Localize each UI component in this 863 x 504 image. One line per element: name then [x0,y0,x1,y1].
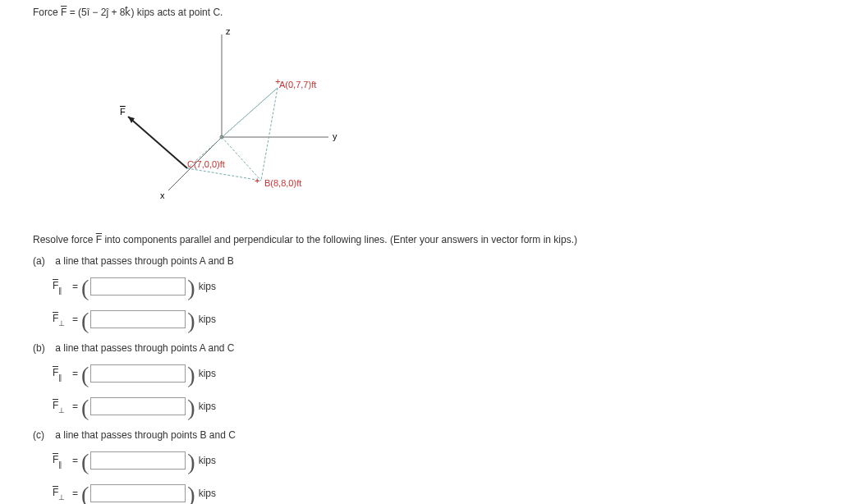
diagram-svg: z y x F A(0,7,7)ft + + B(8,8,0)ft C(7,0,… [82,26,361,215]
equals: = [72,314,78,325]
f-parallel-symbol: F∥ [53,454,69,467]
part-a-perp-input[interactable] [90,310,186,328]
unit: kips [199,455,216,466]
lparen: ( [81,400,89,416]
part-c-perp-input[interactable] [90,484,186,502]
f-perp-symbol: F⊥ [53,400,69,413]
unit: kips [199,401,216,412]
part-c: (c) a line that passes through points B … [33,429,863,504]
part-a-perp-row: F⊥ = ( ) kips [53,306,863,332]
rparen: ) [187,454,195,470]
svg-line-10 [187,168,261,181]
part-b-perp-row: F⊥ = ( ) kips [53,393,863,419]
equals: = [72,368,78,379]
f-perp-symbol: F⊥ [53,313,69,326]
equals: = [72,488,78,499]
instructions-force: F [96,234,102,245]
part-b-desc: a line that passes through points A and … [55,342,234,354]
unit: kips [199,368,216,379]
y-axis-label: y [333,131,337,141]
point-b-label: B(8,8,0)ft [264,178,301,188]
point-a-label: A(0,7,7)ft [279,80,316,89]
rparen: ) [187,280,195,296]
part-b: (b) a line that passes through points A … [33,342,863,419]
part-c-parallel-row: F∥ = ( ) kips [53,447,863,474]
part-a-parallel-input[interactable] [90,277,186,296]
x-axis-label: x [160,190,165,200]
rparen: ) [187,400,195,416]
diagram: z y x F A(0,7,7)ft + + B(8,8,0)ft C(7,0,… [82,26,863,218]
part-b-label: (b) [33,342,53,354]
equals: = [72,455,78,466]
part-a-label: (a) [33,255,53,267]
instructions: Resolve force F into components parallel… [33,234,863,245]
part-c-parallel-input[interactable] [90,451,186,470]
part-a: (a) a line that passes through points A … [33,255,863,332]
rparen: ) [187,367,195,383]
part-c-desc: a line that passes through points B and … [55,429,235,441]
equals: = [72,401,78,412]
part-b-perp-input[interactable] [90,397,186,415]
part-b-parallel-input[interactable] [90,364,186,383]
equals: = [72,281,78,292]
force-expression: = (5î − 2ĵ + 8k̂) kips acts at point C. [67,7,223,18]
svg-text:+: + [275,76,280,86]
problem-statement: Force F = (5î − 2ĵ + 8k̂) kips acts at p… [33,7,863,18]
rparen: ) [187,313,195,329]
instructions-suffix: into components parallel and perpendicul… [102,234,577,245]
rparen: ) [187,487,195,503]
lparen: ( [81,280,89,296]
svg-line-9 [222,137,261,181]
instructions-prefix: Resolve force [33,234,96,245]
lparen: ( [81,313,89,329]
f-parallel-symbol: F∥ [53,280,69,293]
z-axis-label: z [226,26,231,36]
lparen: ( [81,367,89,383]
lparen: ( [81,487,89,503]
part-b-parallel-row: F∥ = ( ) kips [53,360,863,387]
point-c-label: C(7,0,0)ft [187,159,225,169]
part-a-parallel-row: F∥ = ( ) kips [53,273,863,300]
svg-text:+: + [255,176,259,186]
svg-line-5 [128,117,187,168]
part-a-desc: a line that passes through points A and … [55,255,234,267]
force-label: F [120,107,126,117]
part-c-perp-row: F⊥ = ( ) kips [53,480,863,504]
f-perp-symbol: F⊥ [53,487,69,500]
unit: kips [199,314,216,325]
lparen: ( [81,454,89,470]
unit: kips [199,488,216,499]
unit: kips [199,281,216,292]
problem-prefix: Force [33,7,61,18]
f-parallel-symbol: F∥ [53,367,69,380]
part-c-label: (c) [33,429,53,441]
svg-line-11 [261,88,278,181]
